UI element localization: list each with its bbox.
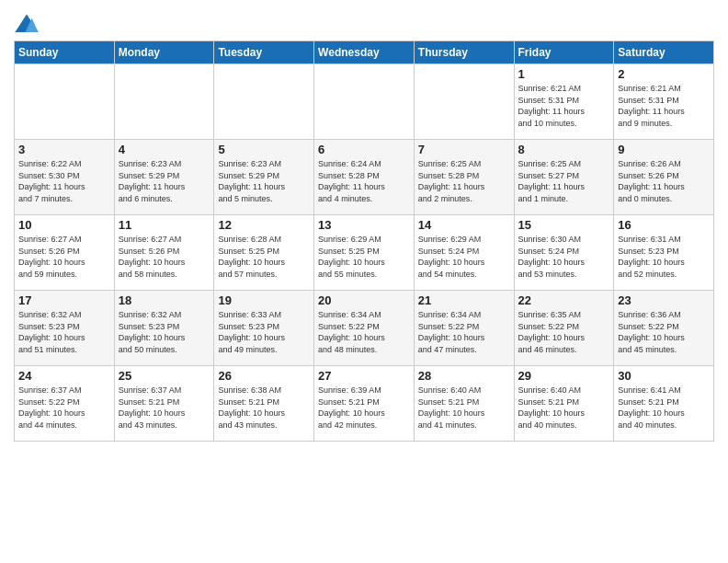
day-info: Sunrise: 6:39 AM Sunset: 5:21 PM Dayligh… — [318, 385, 410, 431]
day-number: 25 — [119, 369, 210, 383]
empty-cell — [114, 64, 214, 140]
day-number: 30 — [618, 369, 710, 383]
day-info: Sunrise: 6:31 AM Sunset: 5:23 PM Dayligh… — [618, 234, 710, 280]
calendar-week-row: 24Sunrise: 6:37 AM Sunset: 5:22 PM Dayli… — [15, 366, 714, 442]
day-number: 17 — [18, 293, 110, 307]
day-info: Sunrise: 6:27 AM Sunset: 5:26 PM Dayligh… — [18, 234, 110, 280]
calendar-day-cell: 13Sunrise: 6:29 AM Sunset: 5:25 PM Dayli… — [314, 215, 415, 291]
day-info: Sunrise: 6:23 AM Sunset: 5:29 PM Dayligh… — [119, 158, 210, 204]
day-info: Sunrise: 6:41 AM Sunset: 5:21 PM Dayligh… — [618, 385, 710, 431]
day-number: 4 — [119, 143, 210, 156]
calendar-day-cell: 1Sunrise: 6:21 AM Sunset: 5:31 PM Daylig… — [514, 64, 614, 140]
calendar-day-cell: 9Sunrise: 6:26 AM Sunset: 5:26 PM Daylig… — [614, 140, 714, 215]
day-info: Sunrise: 6:40 AM Sunset: 5:21 PM Dayligh… — [418, 385, 510, 431]
day-number: 7 — [418, 143, 510, 156]
day-number: 20 — [318, 293, 410, 307]
page: SundayMondayTuesdayWednesdayThursdayFrid… — [0, 0, 728, 451]
header — [14, 9, 714, 35]
day-info: Sunrise: 6:25 AM Sunset: 5:28 PM Dayligh… — [418, 158, 510, 204]
calendar-day-cell: 11Sunrise: 6:27 AM Sunset: 5:26 PM Dayli… — [114, 215, 214, 291]
day-info: Sunrise: 6:34 AM Sunset: 5:22 PM Dayligh… — [318, 309, 410, 355]
day-info: Sunrise: 6:21 AM Sunset: 5:31 PM Dayligh… — [518, 83, 610, 129]
day-info: Sunrise: 6:35 AM Sunset: 5:22 PM Dayligh… — [518, 309, 610, 355]
day-number: 22 — [518, 293, 610, 307]
day-number: 10 — [18, 218, 110, 232]
day-number: 11 — [119, 218, 210, 232]
calendar-day-cell: 23Sunrise: 6:36 AM Sunset: 5:22 PM Dayli… — [614, 291, 714, 366]
calendar-day-cell: 18Sunrise: 6:32 AM Sunset: 5:23 PM Dayli… — [114, 291, 214, 366]
day-number: 29 — [518, 369, 610, 383]
day-number: 12 — [218, 218, 310, 232]
day-number: 14 — [418, 218, 510, 232]
weekday-header-saturday: Saturday — [614, 41, 714, 64]
calendar-day-cell: 12Sunrise: 6:28 AM Sunset: 5:25 PM Dayli… — [214, 215, 314, 291]
calendar-day-cell: 15Sunrise: 6:30 AM Sunset: 5:24 PM Dayli… — [514, 215, 614, 291]
calendar-day-cell: 8Sunrise: 6:25 AM Sunset: 5:27 PM Daylig… — [514, 140, 614, 215]
day-number: 15 — [518, 218, 610, 232]
day-number: 24 — [18, 369, 110, 383]
day-info: Sunrise: 6:23 AM Sunset: 5:29 PM Dayligh… — [218, 158, 310, 204]
day-info: Sunrise: 6:33 AM Sunset: 5:23 PM Dayligh… — [218, 309, 310, 355]
day-number: 2 — [618, 67, 710, 81]
day-info: Sunrise: 6:40 AM Sunset: 5:21 PM Dayligh… — [518, 385, 610, 431]
calendar-week-row: 3Sunrise: 6:22 AM Sunset: 5:30 PM Daylig… — [15, 140, 714, 215]
calendar-day-cell: 29Sunrise: 6:40 AM Sunset: 5:21 PM Dayli… — [514, 366, 614, 442]
calendar-week-row: 17Sunrise: 6:32 AM Sunset: 5:23 PM Dayli… — [15, 291, 714, 366]
calendar-day-cell: 10Sunrise: 6:27 AM Sunset: 5:26 PM Dayli… — [15, 215, 115, 291]
day-info: Sunrise: 6:26 AM Sunset: 5:26 PM Dayligh… — [618, 158, 710, 204]
day-number: 21 — [418, 293, 510, 307]
day-number: 28 — [418, 369, 510, 383]
weekday-header-monday: Monday — [114, 41, 214, 64]
calendar-week-row: 10Sunrise: 6:27 AM Sunset: 5:26 PM Dayli… — [15, 215, 714, 291]
calendar-day-cell: 16Sunrise: 6:31 AM Sunset: 5:23 PM Dayli… — [614, 215, 714, 291]
logo — [14, 13, 43, 35]
day-info: Sunrise: 6:29 AM Sunset: 5:24 PM Dayligh… — [418, 234, 510, 280]
calendar-day-cell: 5Sunrise: 6:23 AM Sunset: 5:29 PM Daylig… — [214, 140, 314, 215]
empty-cell — [314, 64, 415, 140]
calendar-day-cell: 25Sunrise: 6:37 AM Sunset: 5:21 PM Dayli… — [114, 366, 214, 442]
day-number: 5 — [218, 143, 310, 156]
calendar-day-cell: 7Sunrise: 6:25 AM Sunset: 5:28 PM Daylig… — [414, 140, 514, 215]
empty-cell — [414, 64, 514, 140]
day-number: 8 — [518, 143, 610, 156]
day-number: 26 — [218, 369, 310, 383]
weekday-header-row: SundayMondayTuesdayWednesdayThursdayFrid… — [15, 41, 714, 64]
day-info: Sunrise: 6:37 AM Sunset: 5:21 PM Dayligh… — [119, 385, 210, 431]
day-number: 27 — [318, 369, 410, 383]
day-info: Sunrise: 6:25 AM Sunset: 5:27 PM Dayligh… — [518, 158, 610, 204]
calendar-day-cell: 22Sunrise: 6:35 AM Sunset: 5:22 PM Dayli… — [514, 291, 614, 366]
day-info: Sunrise: 6:29 AM Sunset: 5:25 PM Dayligh… — [318, 234, 410, 280]
calendar-day-cell: 26Sunrise: 6:38 AM Sunset: 5:21 PM Dayli… — [214, 366, 314, 442]
weekday-header-tuesday: Tuesday — [214, 41, 314, 64]
calendar-table: SundayMondayTuesdayWednesdayThursdayFrid… — [14, 40, 714, 442]
calendar-day-cell: 30Sunrise: 6:41 AM Sunset: 5:21 PM Dayli… — [614, 366, 714, 442]
day-info: Sunrise: 6:32 AM Sunset: 5:23 PM Dayligh… — [18, 309, 110, 355]
day-info: Sunrise: 6:28 AM Sunset: 5:25 PM Dayligh… — [218, 234, 310, 280]
logo-icon — [14, 13, 40, 35]
calendar-day-cell: 20Sunrise: 6:34 AM Sunset: 5:22 PM Dayli… — [314, 291, 415, 366]
day-number: 23 — [618, 293, 710, 307]
day-number: 19 — [218, 293, 310, 307]
day-number: 3 — [18, 143, 110, 156]
day-info: Sunrise: 6:34 AM Sunset: 5:22 PM Dayligh… — [418, 309, 510, 355]
calendar-day-cell: 14Sunrise: 6:29 AM Sunset: 5:24 PM Dayli… — [414, 215, 514, 291]
day-number: 18 — [119, 293, 210, 307]
calendar-day-cell: 21Sunrise: 6:34 AM Sunset: 5:22 PM Dayli… — [414, 291, 514, 366]
day-info: Sunrise: 6:30 AM Sunset: 5:24 PM Dayligh… — [518, 234, 610, 280]
weekday-header-wednesday: Wednesday — [314, 41, 415, 64]
calendar-day-cell: 24Sunrise: 6:37 AM Sunset: 5:22 PM Dayli… — [15, 366, 115, 442]
weekday-header-sunday: Sunday — [15, 41, 115, 64]
weekday-header-thursday: Thursday — [414, 41, 514, 64]
day-info: Sunrise: 6:36 AM Sunset: 5:22 PM Dayligh… — [618, 309, 710, 355]
empty-cell — [15, 64, 115, 140]
day-info: Sunrise: 6:38 AM Sunset: 5:21 PM Dayligh… — [218, 385, 310, 431]
day-number: 1 — [518, 67, 610, 81]
day-number: 9 — [618, 143, 710, 156]
calendar-day-cell: 4Sunrise: 6:23 AM Sunset: 5:29 PM Daylig… — [114, 140, 214, 215]
day-info: Sunrise: 6:24 AM Sunset: 5:28 PM Dayligh… — [318, 158, 410, 204]
calendar-day-cell: 27Sunrise: 6:39 AM Sunset: 5:21 PM Dayli… — [314, 366, 415, 442]
day-number: 16 — [618, 218, 710, 232]
calendar-day-cell: 17Sunrise: 6:32 AM Sunset: 5:23 PM Dayli… — [15, 291, 115, 366]
calendar-day-cell: 6Sunrise: 6:24 AM Sunset: 5:28 PM Daylig… — [314, 140, 415, 215]
weekday-header-friday: Friday — [514, 41, 614, 64]
